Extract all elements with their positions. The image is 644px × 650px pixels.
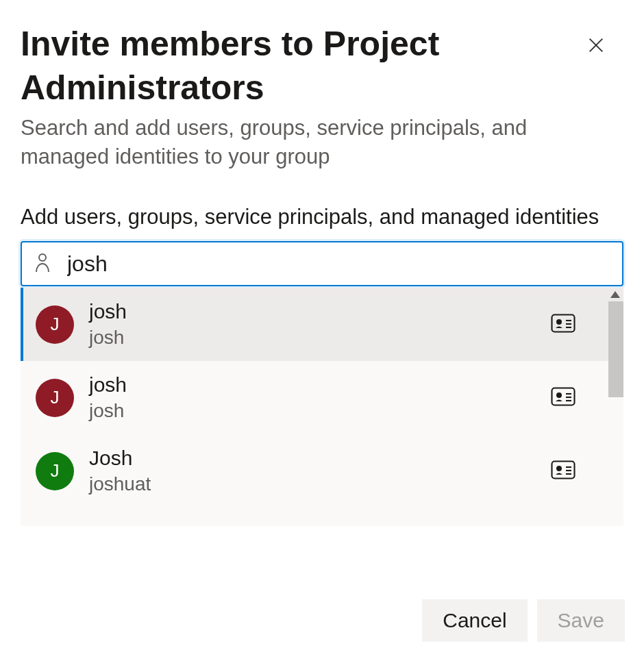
avatar: J bbox=[36, 379, 74, 417]
result-option[interactable]: JJoshjoshuat bbox=[21, 434, 623, 508]
invite-members-panel: Invite members to Project Administrators… bbox=[0, 0, 644, 650]
contact-card-icon[interactable] bbox=[551, 460, 575, 482]
result-text: Joshjoshuat bbox=[89, 446, 551, 496]
avatar: J bbox=[36, 452, 74, 490]
close-icon bbox=[586, 36, 606, 55]
svg-point-14 bbox=[556, 466, 562, 471]
result-secondary: joshuat bbox=[89, 472, 551, 496]
dialog-title: Invite members to Project Administrators bbox=[21, 22, 569, 110]
save-button[interactable]: Save bbox=[537, 599, 625, 642]
field-label: Add users, groups, service principals, a… bbox=[21, 203, 623, 232]
close-button[interactable] bbox=[581, 30, 611, 60]
result-primary: Josh bbox=[89, 446, 551, 471]
avatar: J bbox=[36, 305, 74, 344]
result-option[interactable]: Jjoshjosh bbox=[21, 361, 623, 434]
result-text: joshjosh bbox=[89, 299, 551, 349]
results-dropdown: Jjoshjosh Jjoshjosh JJoshjoshuat bbox=[21, 288, 623, 526]
scroll-up-arrow[interactable] bbox=[607, 288, 623, 301]
search-input[interactable] bbox=[66, 251, 610, 277]
identity-search-field[interactable] bbox=[21, 241, 623, 286]
svg-point-2 bbox=[39, 254, 46, 261]
contact-card-icon[interactable] bbox=[551, 314, 575, 336]
result-secondary: josh bbox=[89, 325, 551, 349]
dialog-footer: Cancel Save bbox=[422, 599, 625, 642]
svg-point-4 bbox=[556, 319, 562, 325]
scrollbar-thumb[interactable] bbox=[608, 301, 623, 397]
result-text: joshjosh bbox=[89, 373, 551, 423]
svg-marker-18 bbox=[610, 291, 620, 298]
person-icon bbox=[34, 252, 51, 275]
result-primary: josh bbox=[89, 299, 551, 324]
result-primary: josh bbox=[89, 373, 551, 397]
contact-card-icon[interactable] bbox=[551, 387, 575, 409]
svg-point-9 bbox=[556, 392, 562, 398]
result-secondary: josh bbox=[89, 399, 551, 423]
cancel-button[interactable]: Cancel bbox=[422, 599, 527, 642]
dialog-subtitle: Search and add users, groups, service pr… bbox=[21, 114, 596, 171]
result-option[interactable]: Jjoshjosh bbox=[21, 288, 623, 361]
